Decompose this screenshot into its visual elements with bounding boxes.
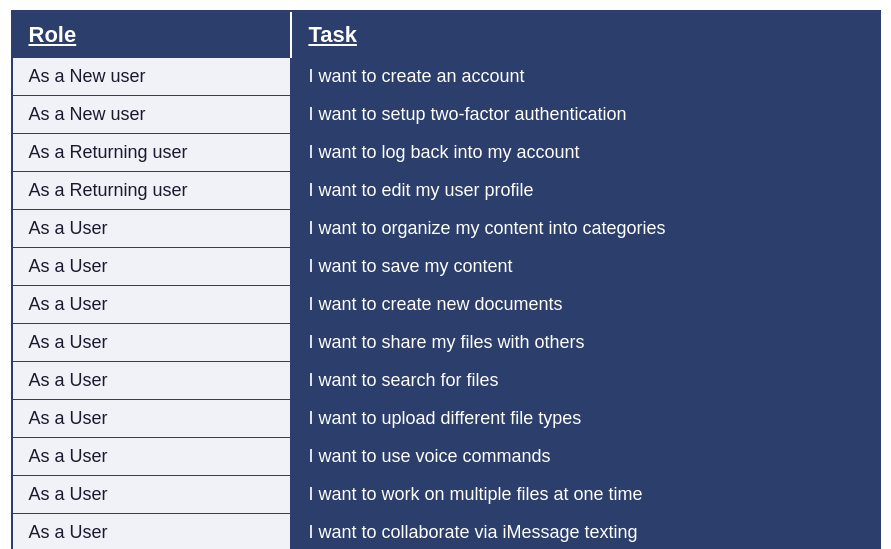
task-cell: I want to search for files — [291, 362, 878, 400]
table-row: As a UserI want to create new documents — [13, 286, 879, 324]
table-row: As a New userI want to create an account — [13, 58, 879, 96]
table-row: As a UserI want to share my files with o… — [13, 324, 879, 362]
role-cell: As a User — [13, 210, 292, 248]
table-row: As a UserI want to collaborate via iMess… — [13, 514, 879, 550]
role-cell: As a User — [13, 514, 292, 550]
role-cell: As a User — [13, 248, 292, 286]
role-cell: As a User — [13, 400, 292, 438]
table-row: As a UserI want to use voice commands — [13, 438, 879, 476]
task-cell: I want to work on multiple files at one … — [291, 476, 878, 514]
table-row: As a Returning userI want to log back in… — [13, 134, 879, 172]
task-cell: I want to collaborate via iMessage texti… — [291, 514, 878, 550]
role-cell: As a User — [13, 362, 292, 400]
task-cell: I want to organize my content into categ… — [291, 210, 878, 248]
table-row: As a New userI want to setup two-factor … — [13, 96, 879, 134]
table-row: As a UserI want to save my content — [13, 248, 879, 286]
table-row: As a UserI want to search for files — [13, 362, 879, 400]
role-cell: As a User — [13, 438, 292, 476]
role-cell: As a Returning user — [13, 172, 292, 210]
task-cell: I want to edit my user profile — [291, 172, 878, 210]
role-cell: As a New user — [13, 96, 292, 134]
task-cell: I want to upload different file types — [291, 400, 878, 438]
role-column-header: Role — [13, 12, 292, 58]
role-cell: As a User — [13, 476, 292, 514]
task-cell: I want to setup two-factor authenticatio… — [291, 96, 878, 134]
table-row: As a UserI want to work on multiple file… — [13, 476, 879, 514]
task-cell: I want to save my content — [291, 248, 878, 286]
task-cell: I want to share my files with others — [291, 324, 878, 362]
task-cell: I want to use voice commands — [291, 438, 878, 476]
task-cell: I want to create an account — [291, 58, 878, 96]
role-cell: As a User — [13, 286, 292, 324]
table-row: As a Returning userI want to edit my use… — [13, 172, 879, 210]
role-cell: As a Returning user — [13, 134, 292, 172]
role-cell: As a User — [13, 324, 292, 362]
task-cell: I want to log back into my account — [291, 134, 878, 172]
task-column-header: Task — [291, 12, 878, 58]
task-cell: I want to create new documents — [291, 286, 878, 324]
table-row: As a UserI want to upload different file… — [13, 400, 879, 438]
user-stories-table: Role Task As a New userI want to create … — [11, 10, 881, 549]
table-row: As a UserI want to organize my content i… — [13, 210, 879, 248]
table-header-row: Role Task — [13, 12, 879, 58]
role-cell: As a New user — [13, 58, 292, 96]
